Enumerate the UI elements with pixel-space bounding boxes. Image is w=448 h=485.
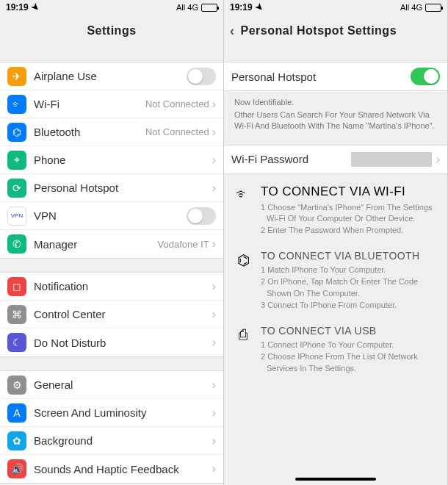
control-center-icon: ⌘ <box>7 305 26 324</box>
bluetooth-icon: ⌬ <box>234 250 252 312</box>
row-label: General <box>34 378 212 391</box>
row-detail: Not Connected <box>145 126 209 137</box>
help-step: 1 Choose "Martina's IPhone" From The Set… <box>261 202 437 226</box>
status-network: All 4G <box>176 3 198 12</box>
chevron-right-icon: › <box>212 336 216 349</box>
settings-row-wi-fi[interactable]: ᯤWi-FiNot Connected› <box>0 90 223 118</box>
hotspot-toggle-group: Personal Hotspot <box>224 62 447 91</box>
notification-icon: ◻ <box>7 277 26 296</box>
help-step: 1 Connect IPhone To Your Computer. <box>261 340 437 351</box>
row-label: Control Center <box>34 308 212 320</box>
hotspot-toggle-row[interactable]: Personal Hotspot <box>224 62 447 90</box>
hotspot-toggle[interactable] <box>411 68 440 85</box>
help-section: ⌬TO CONNECT VIA BLUETOOTH1 Match IPhone … <box>224 240 447 315</box>
chevron-right-icon: › <box>212 378 216 392</box>
wifi-icon: ᯤ <box>234 184 252 237</box>
dnd-icon: ☾ <box>7 333 26 352</box>
settings-group: ⚙General›AScreen And Luminosity›✿Backgro… <box>0 370 223 484</box>
settings-row-general[interactable]: ⚙General› <box>0 371 223 399</box>
wifi-password-value <box>351 152 432 167</box>
nav-back[interactable]: ‹ Personal Hotspot Settings <box>224 15 447 47</box>
chevron-right-icon: › <box>212 126 216 139</box>
wifi-password-row[interactable]: Wi-Fi Password › <box>224 146 447 173</box>
password-group: Wi-Fi Password › <box>224 145 447 174</box>
chevron-right-icon: › <box>212 154 216 167</box>
row-label: Manager <box>34 238 158 251</box>
help-sections: ᯤTO CONNECT VIA WI-FI1 Choose "Martina's… <box>224 174 447 378</box>
row-label: Airplane Use <box>34 70 187 82</box>
chevron-right-icon: › <box>212 406 216 420</box>
hotspot-note: Now Identifiable. Other Users Can Search… <box>224 91 447 140</box>
background-icon: ✿ <box>7 431 26 450</box>
airplane-icon: ✈ <box>7 67 26 86</box>
toggle[interactable] <box>187 68 216 85</box>
settings-group: ✈Airplane UseᯤWi-FiNot Connected›⌬Blueto… <box>0 62 223 259</box>
help-section: ᯤTO CONNECT VIA WI-FI1 Choose "Martina's… <box>224 174 447 240</box>
help-step: 2 Choose IPhone From The List Of Network… <box>261 351 437 375</box>
help-step: 2 On IPhone, Tap Match Or Enter The Code… <box>261 276 437 300</box>
hotspot-note-body: Other Users Can Search For Your Shared N… <box>234 109 437 132</box>
page-title: Settings <box>0 15 223 47</box>
row-label: Notification <box>34 280 212 292</box>
help-step: 1 Match IPhone To Your Computer. <box>261 265 437 276</box>
location-icon: ➤ <box>253 1 265 14</box>
settings-row-vpn[interactable]: VPNVPN <box>0 202 223 230</box>
settings-group: ◻Notification›⌘Control Center›☾Do Not Di… <box>0 272 223 357</box>
chevron-left-icon: ‹ <box>230 24 235 39</box>
row-label: Screen And Luminosity <box>34 406 212 419</box>
chevron-right-icon: › <box>212 237 216 251</box>
chevron-right-icon: › <box>212 182 216 195</box>
chevron-right-icon: › <box>212 434 216 448</box>
row-detail: Vodafone IT <box>158 239 209 250</box>
settings-pane: 19:19 ➤ All 4G Settings ✈Airplane UseᯤWi… <box>0 0 224 485</box>
settings-row-background[interactable]: ✿Background› <box>0 427 223 455</box>
battery-icon <box>425 4 441 12</box>
settings-row-personal-hotspot[interactable]: ⟳Personal Hotspot› <box>0 174 223 202</box>
row-label: Background <box>34 434 212 447</box>
settings-row-manager[interactable]: ✆ManagerVodafone IT› <box>0 230 223 258</box>
help-step: 3 Connect To IPhone From Computer. <box>261 300 437 312</box>
chevron-right-icon: › <box>436 153 440 166</box>
row-label: Phone <box>34 154 212 166</box>
home-indicator[interactable] <box>295 478 376 481</box>
battery-icon <box>201 4 217 12</box>
help-body: TO CONNECT VIA WI-FI1 Choose "Martina's … <box>261 184 437 237</box>
status-bar: 19:19 ➤ All 4G <box>0 0 223 15</box>
chevron-right-icon: › <box>212 98 216 111</box>
general-icon: ⚙ <box>7 376 26 395</box>
chevron-right-icon: › <box>212 462 216 475</box>
carrier-icon: ✆ <box>7 234 26 254</box>
settings-row-control-center[interactable]: ⌘Control Center› <box>0 301 223 328</box>
hotspot-toggle-label: Personal Hotspot <box>231 71 411 83</box>
settings-list: ✈Airplane UseᯤWi-FiNot Connected›⌬Blueto… <box>0 47 223 484</box>
help-title: TO CONNECT VIA USB <box>261 325 437 337</box>
sounds-icon: 🔊 <box>7 459 26 478</box>
row-label: Do Not Disturb <box>34 337 212 349</box>
help-body: TO CONNECT VIA BLUETOOTH1 Match IPhone T… <box>261 250 437 312</box>
row-label: Wi-Fi <box>34 98 145 110</box>
hotspot-icon: ⟳ <box>7 179 26 198</box>
settings-row-sounds-and-haptic-feedback[interactable]: 🔊Sounds And Haptic Feedback› <box>0 455 223 483</box>
chevron-right-icon: › <box>212 308 216 321</box>
settings-row-do-not-disturb[interactable]: ☾Do Not Disturb› <box>0 328 223 356</box>
settings-row-bluetooth[interactable]: ⌬BluetoothNot Connected› <box>0 118 223 146</box>
hotspot-pane: 19:19 ➤ All 4G ‹ Personal Hotspot Settin… <box>224 0 448 485</box>
status-time: 19:19 <box>230 2 253 12</box>
hotspot-note-title: Now Identifiable. <box>234 97 437 108</box>
status-bar: 19:19 ➤ All 4G <box>224 0 447 15</box>
settings-row-screen-and-luminosity[interactable]: AScreen And Luminosity› <box>0 399 223 427</box>
help-title: TO CONNECT VIA WI-FI <box>261 184 437 199</box>
status-network: All 4G <box>400 3 422 12</box>
toggle[interactable] <box>187 207 216 225</box>
settings-row-phone[interactable]: ⌖Phone› <box>0 146 223 174</box>
display-icon: A <box>7 403 26 423</box>
settings-row-airplane-use[interactable]: ✈Airplane Use <box>0 62 223 90</box>
settings-row-notification[interactable]: ◻Notification› <box>0 273 223 301</box>
help-section: ⎙TO CONNECT VIA USB1 Connect IPhone To Y… <box>224 315 447 378</box>
bluetooth-icon: ⌬ <box>7 123 26 142</box>
status-time: 19:19 <box>6 2 29 12</box>
location-icon: ➤ <box>29 1 41 14</box>
help-step: 2 Enter The Password When Prompted. <box>261 225 437 237</box>
wifi-password-label: Wi-Fi Password <box>231 153 351 165</box>
wifi-icon: ᯤ <box>7 95 26 114</box>
